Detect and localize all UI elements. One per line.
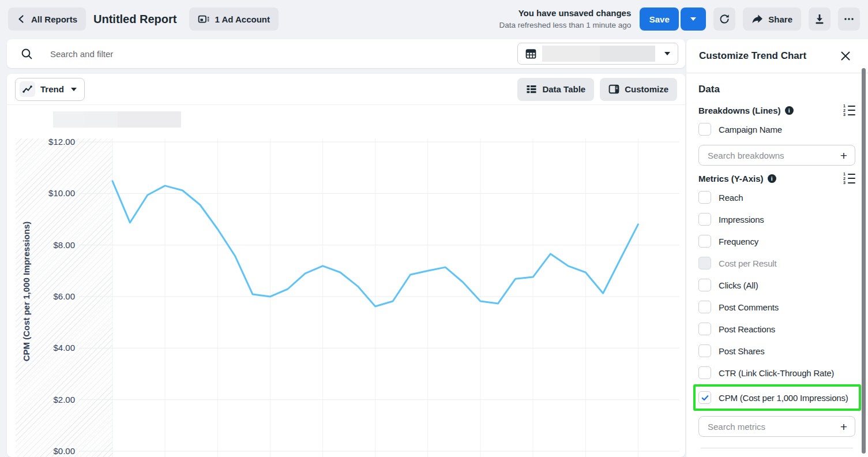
checkbox-label: Post Comments xyxy=(719,302,779,312)
breakdowns-heading: Breakdowns (Lines) xyxy=(698,106,781,115)
checkbox[interactable] xyxy=(698,391,711,404)
checkbox[interactable] xyxy=(698,235,711,248)
metric-checkbox-row[interactable]: CTR (Link Click-Through Rate) xyxy=(698,362,855,384)
y-axis-tick: $2.00 xyxy=(7,395,75,405)
checkbox[interactable] xyxy=(698,123,711,136)
checkbox-label: Post Shares xyxy=(719,346,765,356)
checkbox[interactable] xyxy=(698,257,711,269)
metrics-list: Reach Impressions Frequency Cost per Res… xyxy=(698,186,855,411)
panel-title: Customize Trend Chart xyxy=(699,50,806,62)
metric-checkbox-row[interactable]: Post Comments xyxy=(698,296,855,318)
metrics-heading: Metrics (Y-Axis) xyxy=(698,174,764,183)
checkbox[interactable] xyxy=(698,344,711,357)
metric-checkbox-row[interactable]: Campaign Name xyxy=(698,118,855,140)
redacted-legend-text xyxy=(85,111,118,128)
close-panel-button[interactable] xyxy=(838,48,853,63)
search-metrics-box: + xyxy=(698,416,855,437)
checkbox[interactable] xyxy=(698,213,711,226)
info-icon[interactable]: i xyxy=(768,174,776,183)
metric-checkbox-row[interactable]: Frequency xyxy=(698,230,855,252)
search-icon xyxy=(21,48,33,60)
more-icon xyxy=(843,13,855,25)
y-axis-tick: $8.00 xyxy=(7,240,75,250)
customize-panel-icon xyxy=(608,84,619,94)
trend-line-icon xyxy=(20,81,35,97)
customize-label: Customize xyxy=(625,84,668,94)
chevron-down-icon xyxy=(690,17,696,21)
checkbox-label: Frequency xyxy=(719,237,758,246)
data-table-icon xyxy=(526,84,537,94)
redacted-date-text xyxy=(542,46,600,62)
redacted-legend-text xyxy=(53,111,85,128)
close-icon xyxy=(840,51,851,61)
chart-type-label: Trend xyxy=(40,84,64,94)
search-metrics-input[interactable] xyxy=(707,421,840,432)
more-button[interactable] xyxy=(838,8,860,31)
checkbox-label: Reach xyxy=(719,193,743,203)
checkbox-label: Campaign Name xyxy=(719,125,782,134)
metric-checkbox-row[interactable]: Clicks (All) xyxy=(698,274,855,296)
breakdowns-list: Campaign Name xyxy=(698,118,855,140)
download-icon xyxy=(814,13,825,25)
checkbox[interactable] xyxy=(698,323,711,335)
y-axis-tick: $4.00 xyxy=(7,343,75,353)
checkbox-label: CPM (Cost per 1,000 Impressions) xyxy=(719,393,848,403)
search-filter-card xyxy=(7,39,685,68)
divider xyxy=(701,448,853,448)
checkbox[interactable] xyxy=(698,279,711,291)
checkbox-label: Post Reactions xyxy=(719,324,775,334)
ad-account-icon xyxy=(198,14,209,24)
y-axis-tick: $12.00 xyxy=(7,137,75,147)
search-input[interactable] xyxy=(49,48,517,59)
checkbox-label: CTR (Link Click-Through Rate) xyxy=(719,368,834,378)
refresh-button[interactable] xyxy=(713,8,735,31)
metric-checkbox-row[interactable]: Impressions xyxy=(698,208,855,230)
y-axis-tick: $0.00 xyxy=(7,446,75,456)
y-axis-title: CPM (Cost per 1,000 Impressions) xyxy=(21,170,33,413)
panel-header: Customize Trend Chart xyxy=(686,39,868,73)
redacted-legend-text xyxy=(118,111,181,128)
checkbox[interactable] xyxy=(698,366,711,379)
checkbox[interactable] xyxy=(698,301,711,313)
metric-checkbox-row[interactable]: Post Shares xyxy=(698,340,855,362)
search-breakdowns-input[interactable] xyxy=(707,150,840,161)
legend-placeholder xyxy=(53,111,181,128)
download-button[interactable] xyxy=(809,8,831,31)
checkbox-label: Clicks (All) xyxy=(719,280,758,290)
checkmark-icon xyxy=(701,394,709,402)
unsaved-changes-text: You have unsaved changes xyxy=(499,7,631,20)
share-button[interactable]: Share xyxy=(743,8,801,31)
chart-type-dropdown[interactable]: Trend xyxy=(15,78,85,101)
breakdowns-section-header: Breakdowns (Lines) i 123 xyxy=(698,104,855,116)
share-label: Share xyxy=(768,14,792,24)
save-options-button[interactable] xyxy=(681,8,706,31)
all-reports-back-button[interactable]: All Reports xyxy=(8,8,86,31)
reorder-list-icon[interactable]: 123 xyxy=(843,173,855,184)
date-range-dropdown[interactable] xyxy=(517,43,678,65)
panel-scrollbar[interactable] xyxy=(862,68,866,454)
trend-chart-plot: $0.00$2.00$4.00$6.00$8.00$10.00$12.00 CP… xyxy=(7,132,679,457)
trend-chart-card: Trend Data Table Customize xyxy=(7,74,685,457)
plus-icon[interactable]: + xyxy=(840,149,847,162)
refresh-icon xyxy=(719,13,730,25)
save-split-button: Save xyxy=(640,8,706,31)
customize-button[interactable]: Customize xyxy=(600,78,677,101)
chevron-left-icon xyxy=(17,14,26,24)
selected-metric-highlight: CPM (Cost per 1,000 Impressions) xyxy=(693,384,861,411)
metric-checkbox-row[interactable]: Cost per Result xyxy=(698,252,855,274)
data-refreshed-text: Data refreshed less than 1 minute ago xyxy=(499,20,631,31)
reorder-list-icon[interactable]: 123 xyxy=(843,104,855,116)
metric-checkbox-row[interactable]: CPM (Cost per 1,000 Impressions) xyxy=(698,387,855,409)
plus-icon[interactable]: + xyxy=(840,421,847,433)
metric-checkbox-row[interactable]: Post Reactions xyxy=(698,318,855,340)
data-table-button[interactable]: Data Table xyxy=(517,78,594,101)
info-icon[interactable]: i xyxy=(785,106,794,115)
y-axis-tick: $10.00 xyxy=(7,188,75,198)
top-bar: All Reports Untitled Report 1 Ad Account… xyxy=(0,0,868,38)
metric-checkbox-row[interactable]: Reach xyxy=(698,186,855,208)
table-icon xyxy=(525,48,536,59)
metrics-section-header: Metrics (Y-Axis) i 123 xyxy=(698,173,855,184)
save-button[interactable]: Save xyxy=(640,8,679,31)
ad-account-button[interactable]: 1 Ad Account xyxy=(189,8,279,31)
checkbox[interactable] xyxy=(698,191,711,204)
